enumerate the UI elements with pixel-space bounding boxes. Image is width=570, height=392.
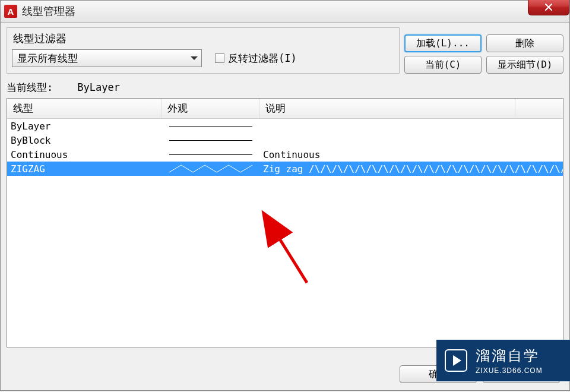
zigzag-preview-icon xyxy=(169,164,252,173)
row-name: ZIGZAG xyxy=(7,163,162,175)
close-icon xyxy=(544,3,553,11)
list-body: ByLayerByBlockContinuousContinuousZIGZAG… xyxy=(7,119,563,176)
invert-filter-label: 反转过滤器(I) xyxy=(228,52,297,65)
set-current-button[interactable]: 当前(C) xyxy=(404,56,482,74)
col-header-appearance[interactable]: 外观 xyxy=(162,99,259,118)
table-row[interactable]: ByBlock xyxy=(7,133,563,147)
table-row[interactable]: ZIGZAGZig zag /\/\/\/\/\/\/\/\/\/\/\/\/\… xyxy=(7,162,563,176)
load-button[interactable]: 加载(L)... xyxy=(404,34,482,52)
line-preview-icon xyxy=(169,154,252,155)
table-row[interactable]: ContinuousContinuous xyxy=(7,147,563,162)
row-name: ByLayer xyxy=(7,121,162,132)
close-button[interactable] xyxy=(528,0,569,15)
app-icon: A xyxy=(4,5,17,18)
checkbox-icon xyxy=(215,53,224,63)
line-preview-icon xyxy=(169,126,252,127)
titlebar: A 线型管理器 xyxy=(0,0,570,23)
row-appearance xyxy=(162,154,259,155)
action-buttons: 加载(L)... 删除 当前(C) 显示细节(D) xyxy=(404,34,563,74)
watermark-main: 溜溜自学 xyxy=(476,346,543,365)
watermark: 溜溜自学 ZIXUE.3D66.COM xyxy=(436,340,570,381)
current-linetype-label: 当前线型: xyxy=(7,81,53,93)
show-details-button[interactable]: 显示细节(D) xyxy=(486,56,563,74)
row-description: Zig zag /\/\/\/\/\/\/\/\/\/\/\/\/\/\/\/\… xyxy=(259,163,563,175)
current-linetype-value: ByLayer xyxy=(77,81,120,93)
linetype-list: 线型 外观 说明 ByLayerByBlockContinuousContinu… xyxy=(7,98,563,347)
window-title: 线型管理器 xyxy=(22,4,75,18)
play-icon xyxy=(445,349,467,372)
row-name: Continuous xyxy=(7,149,162,160)
delete-button[interactable]: 删除 xyxy=(486,34,563,52)
row-appearance xyxy=(162,164,259,173)
invert-filter-checkbox[interactable]: 反转过滤器(I) xyxy=(215,52,297,65)
col-header-tail xyxy=(515,99,563,118)
line-preview-icon xyxy=(169,140,252,141)
col-header-description[interactable]: 说明 xyxy=(259,99,515,118)
watermark-sub: ZIXUE.3D66.COM xyxy=(476,366,543,375)
row-name: ByBlock xyxy=(7,135,162,146)
current-linetype-row: 当前线型: ByLayer xyxy=(7,80,563,96)
col-header-name[interactable]: 线型 xyxy=(7,99,162,118)
row-appearance xyxy=(162,140,259,141)
row-description: Continuous xyxy=(259,149,563,160)
filter-fieldset: 线型过滤器 显示所有线型 反转过滤器(I) xyxy=(7,27,400,74)
filter-legend: 线型过滤器 xyxy=(12,31,394,46)
list-header: 线型 外观 说明 xyxy=(7,99,563,119)
filter-dropdown[interactable]: 显示所有线型 xyxy=(12,49,202,67)
dialog-body: 线型过滤器 显示所有线型 反转过滤器(I) 加载(L)... 删除 当前(C) … xyxy=(0,23,570,391)
chevron-down-icon xyxy=(191,56,198,60)
row-appearance xyxy=(162,126,259,127)
table-row[interactable]: ByLayer xyxy=(7,119,563,133)
filter-dropdown-value: 显示所有线型 xyxy=(17,52,78,65)
